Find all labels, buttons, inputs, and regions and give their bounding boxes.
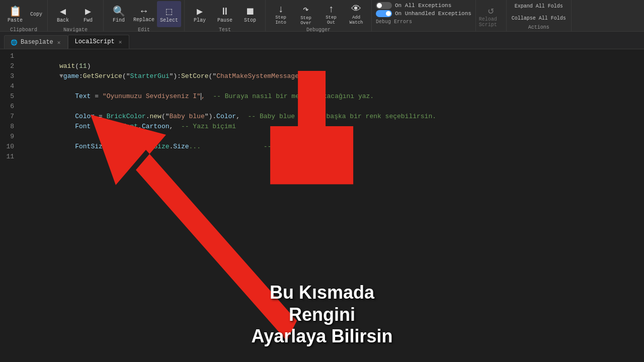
navigate-group: ◀ Back ▶ Fwd Navigate bbox=[48, 0, 104, 31]
step-into-icon: ↓ bbox=[278, 4, 284, 15]
localscript-tab-close[interactable]: ✕ bbox=[118, 39, 123, 45]
step-into-button[interactable]: ↓ StepInto bbox=[269, 1, 293, 27]
debug-errors-group: On All Exceptions On Unhandled Exception… bbox=[372, 0, 476, 31]
actions-group: Expand All Folds Collapse All Folds Acti… bbox=[507, 0, 572, 31]
collapse-all-folds-button[interactable]: Collapse All Folds bbox=[510, 13, 568, 23]
annotation-text: Bu Kısmada Rengini Ayarlaya Bilirsin bbox=[252, 282, 393, 347]
on-all-exceptions-toggle[interactable]: On All Exceptions bbox=[376, 2, 471, 9]
code-line-9: FontSize = Enum.FontSize.Size... -- Yazı… bbox=[20, 132, 639, 142]
replace-icon: ↔ bbox=[141, 6, 147, 17]
step-out-icon: ↑ bbox=[328, 4, 334, 15]
toolbar: 📋 Paste Copy Clipboard ◀ Back ▶ Fwd Navi… bbox=[0, 0, 644, 32]
code-line-2: ▼game:GetService("StarterGui"):SetCore("… bbox=[20, 61, 639, 71]
select-icon: ⬚ bbox=[166, 5, 172, 18]
find-button[interactable]: 🔍 Find bbox=[107, 1, 131, 27]
paste-button[interactable]: 📋 Paste bbox=[3, 1, 27, 27]
baseplate-tab-close[interactable]: ✕ bbox=[56, 39, 62, 46]
code-lines: wait(11) ▼game:GetService("StarterGui"):… bbox=[20, 51, 644, 162]
code-line-11: } ) bbox=[20, 152, 639, 162]
code-editor[interactable]: 1 2 3 4 5 6 7 8 9 10 11 wait(11) ▼ bbox=[0, 49, 644, 164]
stop-icon: ⏹ bbox=[245, 6, 255, 18]
baseplate-tab-icon: 🌐 bbox=[11, 39, 18, 46]
edit-group: 🔍 Find ↔ Replace ⬚ Select Edit bbox=[104, 0, 185, 31]
tabs-bar: 🌐 Baseplate ✕ LocalScript ✕ bbox=[0, 32, 644, 49]
pause-button[interactable]: ⏸ Pause bbox=[213, 1, 237, 27]
test-group: ▶ Play ⏸ Pause ⏹ Stop Test bbox=[185, 0, 266, 31]
step-over-icon: ↷ bbox=[303, 3, 309, 16]
stop-button[interactable]: ⏹ Stop bbox=[238, 1, 262, 27]
pause-icon: ⏸ bbox=[220, 6, 230, 18]
localscript-tab-label: LocalScript bbox=[74, 38, 114, 45]
line-numbers: 1 2 3 4 5 6 7 8 9 10 11 bbox=[0, 51, 20, 162]
back-icon: ◀ bbox=[60, 5, 66, 18]
add-watch-button[interactable]: 👁 AddWatch bbox=[344, 1, 368, 27]
reload-script-button[interactable]: ↺ Reload Script bbox=[479, 3, 503, 29]
add-watch-icon: 👁 bbox=[351, 3, 361, 15]
code-line-6: Color = BrickColor.new("Baby blue").Colo… bbox=[20, 102, 639, 112]
fwd-icon: ▶ bbox=[85, 5, 91, 18]
step-out-button[interactable]: ↑ StepOut bbox=[319, 1, 343, 27]
main-content: 1 2 3 4 5 6 7 8 9 10 11 wait(11) ▼ bbox=[0, 49, 644, 362]
play-icon: ▶ bbox=[197, 5, 203, 18]
code-area: 1 2 3 4 5 6 7 8 9 10 11 wait(11) ▼ bbox=[0, 49, 644, 164]
copy-button[interactable]: Copy bbox=[28, 9, 44, 19]
play-button[interactable]: ▶ Play bbox=[188, 1, 212, 27]
paste-icon: 📋 bbox=[9, 5, 22, 18]
step-over-button[interactable]: ↷ StepOver bbox=[294, 1, 318, 27]
baseplate-tab-label: Baseplate bbox=[21, 39, 53, 46]
on-unhandled-exceptions-toggle[interactable]: On Unhandled Exceptions bbox=[376, 10, 471, 17]
find-icon: 🔍 bbox=[113, 5, 125, 18]
back-button[interactable]: ◀ Back bbox=[51, 1, 75, 27]
code-line-4: Text = "Oyunumuzu Sevdiyseniz I", -- Bur… bbox=[20, 81, 639, 92]
reload-icon: ↺ bbox=[488, 4, 494, 17]
select-button[interactable]: ⬚ Select bbox=[157, 1, 181, 27]
code-line-1: wait(11) bbox=[20, 51, 639, 61]
replace-button[interactable]: ↔ Replace bbox=[132, 1, 156, 27]
tab-baseplate[interactable]: 🌐 Baseplate ✕ bbox=[4, 35, 68, 49]
on-unhandled-toggle-btn[interactable] bbox=[376, 10, 392, 17]
clipboard-group: 📋 Paste Copy Clipboard bbox=[0, 0, 48, 31]
expand-all-folds-button[interactable]: Expand All Folds bbox=[513, 1, 565, 11]
reload-group: ↺ Reload Script bbox=[476, 0, 507, 31]
on-all-toggle-btn[interactable] bbox=[376, 2, 392, 9]
debugger-group: ↓ StepInto ↷ StepOver ↑ StepOut 👁 AddWat… bbox=[266, 0, 372, 31]
fwd-button[interactable]: ▶ Fwd bbox=[76, 1, 100, 27]
tab-localscript[interactable]: LocalScript ✕ bbox=[68, 35, 129, 49]
